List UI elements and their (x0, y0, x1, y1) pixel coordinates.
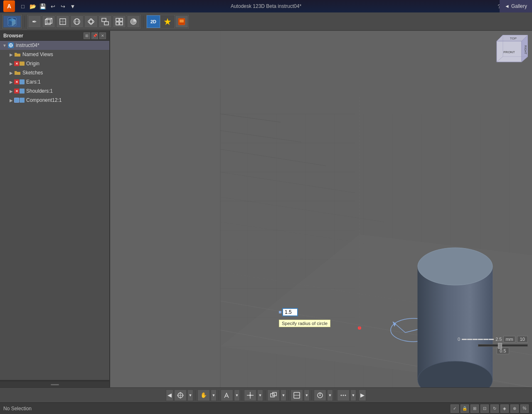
snap-dropdown-btn[interactable]: ▼ (257, 389, 263, 401)
view-cube[interactable]: TOP FRONT RIGHT (490, 35, 528, 72)
measure-dropdown-btn[interactable]: ▼ (327, 389, 333, 401)
bottom-expand-right-btn[interactable]: ▶ (359, 389, 366, 401)
statusbar-selection: No Selection (3, 406, 32, 412)
svg-point-97 (320, 394, 321, 396)
sep5 (288, 390, 289, 400)
paint-btn[interactable] (175, 15, 188, 28)
pen-tool-btn[interactable]: ✒ (28, 15, 41, 28)
select-dropdown-btn[interactable]: ▼ (187, 389, 193, 401)
box-btn[interactable] (42, 15, 55, 28)
origin-x-icon: ✕ (14, 61, 19, 66)
open-btn[interactable]: 📂 (28, 2, 37, 11)
svg-rect-17 (120, 18, 123, 21)
pan-btn[interactable]: ✋ (197, 389, 210, 401)
ruler-tick-1 (462, 339, 467, 340)
sketches-expand[interactable]: ▶ (8, 70, 14, 76)
radius-tooltip-label: Specify radius of circle (279, 320, 330, 327)
status-display-btn[interactable]: ◈ (500, 404, 509, 413)
more-dropdown-btn[interactable]: ▼ (350, 389, 356, 401)
browser-close-btn[interactable]: ✕ (99, 32, 106, 39)
named-views-item[interactable]: ▶ Named Views (7, 50, 109, 59)
front-view-btn[interactable] (70, 15, 84, 28)
ruler-tick-3 (473, 339, 478, 340)
origin-item[interactable]: ▶ ✕ Origin (7, 59, 109, 68)
new-btn[interactable]: □ (18, 2, 27, 11)
bottom-expand-left-btn[interactable]: ◀ (166, 389, 173, 401)
more-qa[interactable]: ▼ (68, 2, 77, 11)
svg-text:FRONT: FRONT (503, 50, 515, 54)
svg-rect-15 (104, 22, 108, 25)
pan-dropdown-btn[interactable]: ▼ (211, 389, 217, 401)
redo-btn[interactable]: ↪ (58, 2, 67, 11)
sep4 (265, 390, 266, 400)
zoom-window-btn[interactable] (99, 15, 112, 28)
status-percent-btn[interactable]: % (520, 404, 529, 413)
sketches-item[interactable]: ▶ Sketches (7, 68, 109, 77)
box-dropdown-btn[interactable]: ▼ (281, 389, 286, 401)
svg-text:TOP: TOP (510, 37, 517, 40)
zoom-all-btn[interactable] (113, 15, 126, 28)
viewport-3d[interactable]: 1.5 Specify radius of circle TOP FRONT (110, 31, 532, 387)
named-views-expand[interactable]: ▶ (8, 52, 14, 57)
view-cube-btn-group (2, 14, 22, 29)
status-lock-btn[interactable]: 🔒 (461, 404, 469, 413)
display-mode-btn[interactable] (127, 15, 140, 28)
ears1-item[interactable]: ▶ ✕ Ears:1 (7, 77, 109, 86)
status-grid-btn[interactable]: ⊞ (470, 404, 479, 413)
ears1-expand[interactable]: ▶ (8, 79, 14, 85)
root-expand-icon[interactable]: ▼ (2, 42, 7, 48)
snap-btn[interactable] (244, 389, 256, 401)
status-check-btn[interactable]: ✓ (451, 404, 459, 413)
ears1-x-icon: ✕ (14, 79, 19, 84)
status-history-btn[interactable]: ↻ (490, 404, 499, 413)
statusbar-right: ✓ 🔒 ⊞ ⊡ ↻ ◈ ⊕ % (451, 404, 529, 413)
svg-point-91 (249, 394, 251, 396)
browser-tree: ▼ instruct04* ▶ Named Views ▶ (0, 41, 109, 380)
display-btn[interactable] (291, 389, 303, 401)
ruler-track[interactable] (478, 344, 528, 347)
status-material-btn[interactable]: ⊕ (510, 404, 519, 413)
select-btn[interactable] (174, 389, 187, 401)
sketch-dropdown-btn[interactable]: ▼ (234, 389, 240, 401)
svg-rect-16 (116, 18, 119, 21)
2d-mode-btn[interactable]: 2D (147, 15, 160, 28)
shoulders1-label: Shoulders:1 (26, 88, 53, 94)
origin-expand[interactable]: ▶ (8, 61, 14, 67)
shoulders1-item[interactable]: ▶ ✕ Shoulders:1 (7, 86, 109, 96)
sketch-tool-btn[interactable] (221, 389, 233, 401)
origin-folder-icon (20, 62, 25, 66)
box-select-btn[interactable] (267, 389, 280, 401)
ruler-slider[interactable]: 0.5 (478, 344, 528, 354)
sketches-folder-icon (14, 69, 21, 76)
svg-point-68 (418, 248, 493, 285)
status-snap-btn[interactable]: ⊡ (480, 404, 489, 413)
ruler-container: 0 2.5 mm 10 (458, 336, 528, 354)
measure-btn[interactable] (314, 389, 326, 401)
display-dropdown-btn[interactable]: ▼ (304, 389, 310, 401)
ruler-bar (462, 339, 494, 340)
main-area: Browser ⊞ 📌 ✕ ▼ instruct04* ▶ (0, 31, 532, 387)
root-icon (7, 42, 14, 49)
ruler-handle[interactable] (498, 343, 502, 349)
radius-input[interactable]: 1.5 (282, 308, 298, 316)
star-btn[interactable] (161, 15, 174, 28)
tree-root[interactable]: ▼ instruct04* (0, 41, 109, 50)
ruler-zoom-value: 10 (517, 336, 528, 343)
gallery-tab[interactable]: ◄ Gallery (500, 0, 532, 12)
browser-pin-btn[interactable]: 📌 (91, 32, 98, 39)
component12-expand[interactable]: ▶ (8, 97, 14, 103)
radius-tooltip: 1.5 Specify radius of circle (279, 308, 330, 327)
undo-btn[interactable]: ↩ (48, 2, 57, 11)
orbit-btn[interactable] (84, 15, 98, 28)
statusbar: No Selection ✓ 🔒 ⊞ ⊡ ↻ ◈ ⊕ % (0, 402, 532, 414)
more-btn[interactable] (337, 389, 350, 401)
save-btn[interactable]: 💾 (38, 2, 47, 11)
titlebar-right: ? ◄ Gallery — ❐ ✕ (495, 2, 529, 11)
bottom-toolbar: ◀ ▼ ✋ ▼ ▼ ▼ ▼ ▼ ▼ ▼ ▶ (0, 387, 532, 402)
svg-point-12 (88, 20, 94, 23)
browser-grid-btn[interactable]: ⊞ (84, 32, 90, 39)
component12-item[interactable]: ▶ Component12:1 (7, 96, 109, 105)
shoulders1-expand[interactable]: ▶ (8, 88, 14, 94)
home-view-btn[interactable] (3, 15, 21, 28)
top-view-btn[interactable] (56, 15, 69, 28)
